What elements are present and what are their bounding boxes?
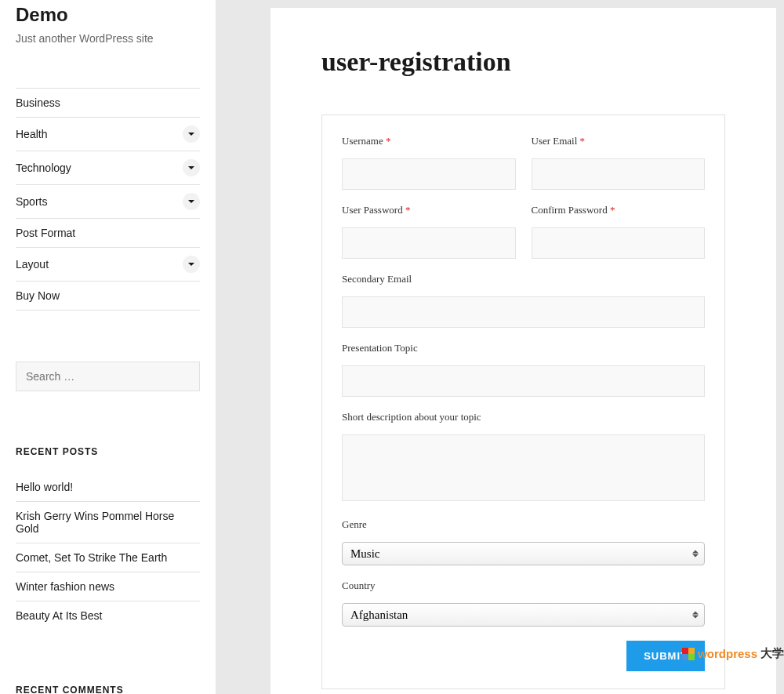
post-link[interactable]: Comet, Set To Strike The Earth: [16, 543, 200, 572]
post-link[interactable]: Beauty At Its Best: [16, 601, 200, 630]
country-select[interactable]: Afghanistan: [342, 603, 705, 627]
field-user-password: User Password *: [342, 204, 516, 259]
user-email-input[interactable]: [532, 158, 706, 190]
field-presentation-topic: Presentation Topic: [342, 342, 705, 397]
presentation-topic-label: Presentation Topic: [342, 342, 705, 354]
site-title[interactable]: Demo: [16, 4, 200, 26]
brand-logo-icon: [682, 648, 695, 660]
confirm-password-input[interactable]: [532, 227, 706, 259]
nav-label: Sports: [16, 195, 47, 208]
field-genre: Genre Music: [342, 518, 705, 565]
nav-item-post-format[interactable]: Post Format: [16, 219, 200, 248]
layout-gap: [216, 0, 270, 694]
chevron-down-icon[interactable]: [183, 125, 200, 143]
field-user-email: User Email *: [532, 135, 706, 190]
label-text: User Password: [342, 204, 403, 216]
label-text: Confirm Password: [532, 204, 608, 216]
user-email-label: User Email *: [532, 135, 706, 147]
secondary-email-input[interactable]: [342, 296, 705, 328]
post-link[interactable]: Winter fashion news: [16, 572, 200, 601]
main-content: user-registration Username * User Email …: [270, 0, 784, 694]
chevron-down-icon[interactable]: [183, 193, 200, 210]
required-marker: *: [386, 135, 391, 147]
post-link[interactable]: Hello world!: [16, 481, 200, 502]
brand-text-cn: 大学: [760, 646, 784, 661]
nav-item-layout[interactable]: Layout: [16, 248, 200, 282]
chevron-down-icon[interactable]: [183, 256, 200, 273]
submit-row: SUBMIT: [342, 641, 705, 671]
field-confirm-password: Confirm Password *: [532, 204, 706, 259]
primary-nav: Business Health Technology Sports Post F…: [16, 88, 200, 311]
recent-comments-title: RECENT COMMENTS: [16, 685, 200, 694]
presentation-topic-input[interactable]: [342, 365, 705, 397]
username-label: Username *: [342, 135, 516, 147]
nav-item-technology[interactable]: Technology: [16, 151, 200, 185]
page-title: user-registration: [321, 47, 725, 77]
required-marker: *: [405, 204, 411, 216]
site-tagline: Just another WordPress site: [16, 32, 200, 45]
required-marker: *: [610, 204, 615, 216]
label-text: Username: [342, 135, 383, 147]
nav-label: Health: [16, 128, 47, 140]
nav-label: Post Format: [16, 227, 75, 239]
user-password-label: User Password *: [342, 204, 516, 216]
sidebar: Demo Just another WordPress site Busines…: [0, 0, 216, 694]
nav-label: Business: [16, 96, 60, 109]
field-secondary-email: Secondary Email: [342, 273, 705, 328]
username-input[interactable]: [342, 158, 516, 190]
registration-form: Username * User Email * User Passwo: [321, 114, 725, 689]
genre-label: Genre: [342, 518, 705, 531]
nav-item-health[interactable]: Health: [16, 118, 200, 151]
short-description-input[interactable]: [342, 434, 705, 501]
genre-select[interactable]: Music: [342, 542, 705, 565]
recent-posts-title: RECENT POSTS: [16, 446, 200, 457]
post-link[interactable]: Krish Gerry Wins Pommel Horse Gold: [16, 502, 200, 543]
search-input[interactable]: [16, 362, 200, 391]
recent-posts-list: Hello world! Krish Gerry Wins Pommel Hor…: [16, 481, 200, 630]
user-password-input[interactable]: [342, 227, 516, 259]
nav-item-business[interactable]: Business: [16, 89, 200, 118]
chevron-down-icon[interactable]: [183, 159, 200, 176]
footer-brand[interactable]: wordpress大学: [682, 646, 784, 661]
nav-label: Technology: [16, 162, 71, 174]
nav-label: Buy Now: [16, 289, 60, 302]
nav-item-buy-now[interactable]: Buy Now: [16, 282, 200, 311]
nav-item-sports[interactable]: Sports: [16, 185, 200, 219]
label-text: User Email: [532, 135, 578, 147]
short-description-label: Short description about your topic: [342, 411, 705, 423]
confirm-password-label: Confirm Password *: [532, 204, 706, 216]
required-marker: *: [580, 135, 586, 147]
field-username: Username *: [342, 135, 516, 190]
content-card: user-registration Username * User Email …: [270, 8, 776, 694]
brand-text-en: wordpress: [698, 647, 757, 660]
field-country: Country Afghanistan: [342, 580, 705, 627]
country-label: Country: [342, 580, 705, 592]
field-short-description: Short description about your topic: [342, 411, 705, 504]
nav-label: Layout: [16, 258, 49, 271]
secondary-email-label: Secondary Email: [342, 273, 705, 285]
